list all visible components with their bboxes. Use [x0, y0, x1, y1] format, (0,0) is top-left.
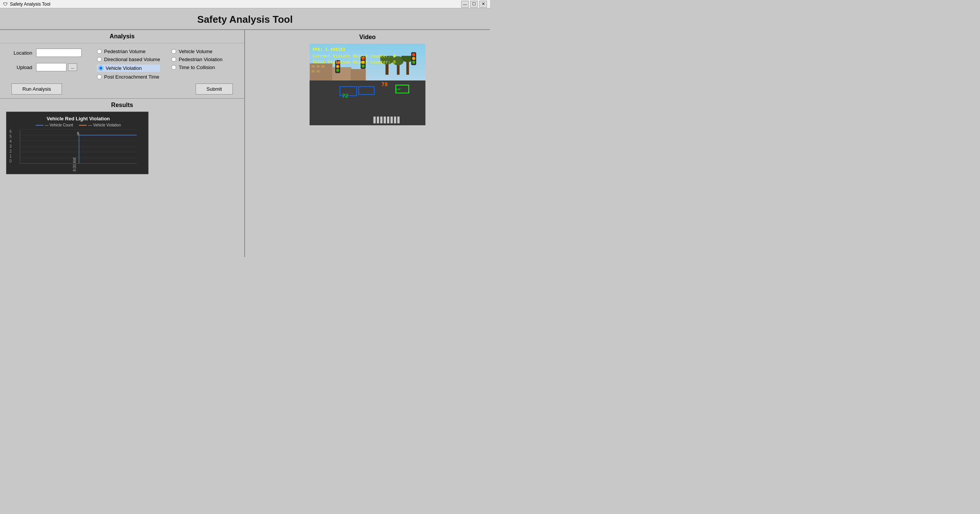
video-header: Video [360, 34, 375, 41]
title-bar-left: 🛡 Safety Analysis Tool [3, 2, 51, 7]
left-panel: Analysis Location Upload ... [0, 30, 245, 257]
radio-directional-volume-label: Directional based Volume [104, 57, 160, 62]
fps-text: FPS: 1.458151 [313, 47, 396, 53]
y-label-4: 4 [10, 139, 12, 143]
form-fields: Location Upload ... [8, 49, 82, 75]
radio-directional-volume[interactable]: Directional based Volume [97, 57, 160, 62]
radio-post-encroachment[interactable]: Post Encroachment Time [97, 74, 160, 80]
legend-vehicle-count-color [36, 125, 43, 126]
crosswalk-stripe [387, 117, 389, 124]
crosswalk-stripe [380, 117, 382, 124]
crosswalk [373, 117, 399, 124]
svg-point-23 [336, 69, 339, 72]
close-button[interactable]: ✕ [479, 1, 487, 8]
legend-vehicle-violation-label: — Vehicle Violation [88, 123, 121, 127]
app-icon: 🛡 [3, 2, 8, 7]
right-panel: Video [245, 30, 490, 257]
radio-pedestrian-violation[interactable]: Pedestrian Violation [171, 57, 222, 62]
total-counter-text: Total Violation Object Counter: 0 [313, 59, 396, 66]
radio-post-encroachment-label: Post Encroachment Time [104, 74, 159, 80]
radio-vehicle-violation[interactable]: Vehicle Violation [97, 65, 160, 72]
svg-rect-16 [317, 65, 320, 68]
location-input[interactable] [36, 49, 82, 57]
crosswalk-stripe [397, 117, 399, 124]
x-axis-label: 8:00 AM [73, 157, 77, 171]
detection-box-3: car [395, 85, 409, 94]
app-title: Safety Analysis Tool [0, 8, 490, 29]
svg-point-29 [412, 53, 415, 56]
title-bar-controls: — ☐ ✕ [461, 1, 487, 8]
chart-title: Vehicle Red Light Violation [20, 116, 137, 122]
legend-vehicle-violation: — Vehicle Violation [79, 123, 121, 127]
y-label-1: 1 [10, 154, 12, 158]
crosswalk-stripe [390, 117, 393, 124]
action-buttons: Run Analysis Submit [0, 80, 244, 98]
radio-time-to-collision-label: Time to Collision [178, 65, 215, 70]
legend-vehicle-violation-color [79, 125, 87, 126]
main-layout: Analysis Location Upload ... [0, 29, 490, 257]
run-analysis-button[interactable]: Run Analysis [11, 84, 62, 95]
radio-vehicle-violation-label: Vehicle Violation [106, 65, 142, 71]
submit-button[interactable]: Submit [196, 84, 233, 95]
radio-col-1: Pedestrian Volume Directional based Volu… [97, 49, 160, 80]
chart-legend: — Vehicle Count — Vehicle Violation [20, 123, 137, 127]
y-label-2: 2 [10, 149, 12, 153]
results-section: Results Vehicle Red Light Violation — Ve… [0, 98, 244, 177]
chart-area: 6 5 4 3 2 1 0 [20, 129, 137, 163]
svg-point-31 [412, 61, 415, 64]
y-axis-labels: 6 5 4 3 2 1 0 [10, 129, 12, 163]
minimize-button[interactable]: — [461, 1, 469, 8]
y-label-6: 6 [10, 129, 12, 133]
crosswalk-stripe [377, 117, 379, 124]
radio-vehicle-volume[interactable]: Vehicle Volume [171, 49, 222, 54]
radio-pedestrian-volume[interactable]: Pedestrian Volume [97, 49, 160, 54]
detection-box-3-label: car [396, 88, 401, 91]
title-bar-app-name: Safety Analysis Tool [10, 2, 51, 7]
crosswalk-stripe [373, 117, 375, 124]
svg-rect-15 [312, 65, 315, 68]
crosswalk-stripe [394, 117, 396, 124]
legend-vehicle-count: — Vehicle Count [36, 123, 73, 127]
svg-rect-19 [317, 70, 320, 73]
title-bar: 🛡 Safety Analysis Tool — ☐ ✕ [0, 0, 490, 8]
location-label: Location [8, 50, 32, 56]
upload-label: Upload [8, 65, 32, 70]
analysis-header: Analysis [0, 30, 244, 43]
upload-row: Upload ... [8, 63, 82, 71]
radio-options: Pedestrian Volume Directional based Volu… [97, 49, 223, 80]
radio-vehicle-volume-label: Vehicle Volume [178, 49, 212, 54]
analysis-form-area: Location Upload ... Pedestrian Volume [0, 43, 244, 80]
svg-rect-17 [321, 65, 325, 68]
legend-vehicle-count-label: — Vehicle Count [45, 123, 73, 127]
upload-input[interactable] [36, 63, 67, 71]
crosswalk-stripe [383, 117, 386, 124]
results-header: Results [6, 102, 238, 109]
radio-time-to-collision[interactable]: Time to Collision [171, 65, 222, 70]
radio-pedestrian-violation-label: Pedestrian Violation [178, 57, 222, 62]
number-overlay-72: 72 [342, 93, 348, 99]
svg-rect-18 [312, 70, 315, 73]
location-row: Location [8, 49, 82, 57]
y-label-0: 0 [10, 159, 12, 163]
chart-data-label-5: 5 [77, 132, 80, 136]
chart-container: Vehicle Red Light Violation — Vehicle Co… [6, 112, 148, 174]
number-overlay-78: 78 [381, 81, 388, 87]
current-counter-text: Current Violent Object Counter: 0 [313, 53, 396, 60]
radio-pedestrian-volume-label: Pedestrian Volume [104, 49, 145, 54]
y-label-5: 5 [10, 134, 12, 138]
traffic-light-right [411, 52, 416, 65]
detection-box-2 [358, 86, 374, 95]
maximize-button[interactable]: ☐ [470, 1, 478, 8]
radio-col-2: Vehicle Volume Pedestrian Violation Time… [171, 49, 222, 80]
video-overlay: FPS: 1.458151 Current Violent Object Cou… [313, 47, 396, 66]
video-frame: car 72 78 FPS: 1.458151 Current Violent … [310, 44, 425, 125]
y-label-3: 3 [10, 144, 12, 148]
svg-point-30 [412, 57, 415, 60]
browse-button[interactable]: ... [68, 63, 77, 71]
